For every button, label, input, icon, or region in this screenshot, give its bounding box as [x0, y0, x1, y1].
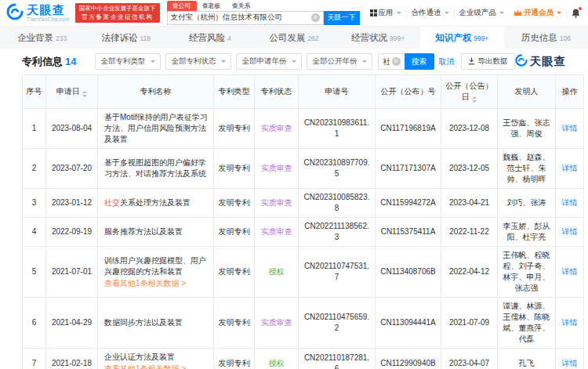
tab-operating[interactable]: 经营状况999+ — [336, 27, 420, 49]
patent-table-wrap: 序号申请日专利名称专利类型专利状态申请号公开（公布）号公开（公告）日发明人操作 … — [0, 74, 588, 369]
cell-publication-date: 2023-12-08 — [441, 109, 498, 149]
filter-select-apply-year[interactable]: 全部申请年份 — [236, 53, 302, 70]
cell-inventors: 王岱鑫、张志强、周俊 — [498, 109, 556, 149]
detail-link[interactable]: 详情 — [562, 164, 578, 172]
tab-risk[interactable]: 经营风险4 — [168, 27, 252, 49]
tab-lawsuit[interactable]: 法律诉讼118 — [84, 27, 168, 49]
nav-notifications[interactable] — [566, 9, 585, 18]
nav-vip[interactable]: 开通会员 — [509, 8, 566, 18]
table-row: 52021-07-01训练用户兴趣挖掘模型、用户兴趣挖掘的方法和装置查看其他1条… — [23, 247, 584, 298]
column-label: 专利名称 — [140, 87, 172, 96]
nav-label-enterprise-products: 企业级产品 — [459, 8, 497, 18]
column-label: 专利状态 — [261, 87, 292, 96]
tab-label: 知识产权 — [435, 32, 471, 44]
detail-link[interactable]: 详情 — [562, 124, 578, 132]
related-data-link[interactable]: 查看其他1条相关数据 > — [104, 364, 209, 369]
search-tab-boss[interactable]: 查老板 — [197, 1, 227, 11]
column-label: 操作 — [562, 87, 578, 96]
cell-patent-name: 服务推荐方法以及装置 — [98, 218, 214, 247]
tianyan-search-button[interactable]: 天眼一下 — [324, 11, 360, 25]
caret-up-icon — [472, 96, 477, 99]
detail-link[interactable]: 详情 — [562, 198, 578, 207]
chevron-down-icon — [221, 60, 226, 63]
caret-down-icon — [82, 95, 87, 97]
column-header: 专利类型 — [214, 75, 255, 109]
nav-cooperation[interactable]: 合作通道 — [406, 8, 454, 18]
page: 天眼查 TianYanCha.com 国家中小企业发展子基金旗下 官方备案企业征… — [0, 0, 588, 369]
sort-carets-icon[interactable] — [82, 91, 87, 97]
cell-index: 1 — [23, 109, 46, 149]
logo-name: 天眼查 — [27, 4, 70, 16]
column-label: 申请号 — [325, 87, 349, 96]
cell-application-no: CN202310085823.8 — [299, 189, 376, 218]
cell-action: 详情 — [556, 349, 584, 369]
cell-publication-date: 2023-12-05 — [441, 149, 498, 189]
nav-label-apps: 应用 — [379, 8, 394, 18]
cell-apply-date: 2023-07-20 — [46, 149, 98, 189]
tab-label: 企业背景 — [17, 32, 53, 44]
tianyancha-eye-icon — [6, 3, 24, 24]
cell-inventors: 孔飞 — [498, 349, 556, 369]
tab-count: 4 — [227, 34, 231, 42]
chevron-down-icon — [362, 60, 367, 63]
section-title: 专利信息14 — [22, 55, 76, 69]
cell-inventors: 李玉娇、彭从阳、杜宇亮 — [498, 218, 556, 247]
tab-development[interactable]: 公司发展262 — [252, 27, 336, 49]
cell-patent-type: 发明专利 — [214, 109, 255, 149]
company-search-input[interactable] — [171, 13, 309, 22]
export-button[interactable]: 导出数据 — [461, 53, 515, 70]
search-tab-company[interactable]: 查公司 — [167, 1, 197, 11]
tab-background[interactable]: 企业背景233 — [0, 27, 84, 49]
cell-patent-type: 发明专利 — [214, 349, 255, 369]
cell-inventors: 刘巧、张涛 — [498, 189, 556, 218]
filter-select-patent-status[interactable]: 全部专利状态 — [165, 53, 231, 70]
filter-select-patent-type[interactable]: 全部专利类型 — [95, 53, 161, 70]
detail-link[interactable]: 详情 — [562, 267, 578, 276]
logo-domain: TianYanCha.com — [27, 16, 70, 22]
top-search: 查公司查老板查关系 × 天眼一下 — [167, 2, 360, 25]
search-tabs: 查公司查老板查关系 — [167, 2, 360, 11]
tab-ip[interactable]: 知识产权999+ — [420, 27, 504, 49]
detail-link[interactable]: 详情 — [562, 227, 578, 236]
column-label: 公开（公布）号 — [381, 87, 436, 96]
nav-enterprise-products[interactable]: 企业级产品 — [454, 8, 510, 18]
filter-select-publish-year[interactable]: 全部公开年份 — [307, 53, 372, 70]
status-badge: 授权 — [269, 359, 285, 367]
tianyancha-logo[interactable]: 天眼查 TianYanCha.com — [6, 3, 70, 24]
keyword-input[interactable] — [383, 57, 389, 66]
cell-application-no: CN202110187281.6 — [299, 349, 376, 369]
search-tab-relation[interactable]: 查关系 — [227, 1, 256, 11]
detail-link[interactable]: 详情 — [562, 318, 578, 327]
cell-publication-no: CN117196819A — [376, 109, 441, 149]
cell-apply-date: 2023-08-04 — [46, 109, 98, 149]
sort-carets-icon[interactable] — [472, 96, 477, 103]
cell-patent-type: 发明专利 — [214, 149, 255, 189]
tab-count: 233 — [56, 34, 67, 42]
column-header[interactable]: 申请日 — [46, 75, 98, 109]
cell-index: 3 — [23, 189, 46, 218]
detail-link[interactable]: 详情 — [562, 359, 578, 367]
cancel-link[interactable]: 取消 — [439, 56, 455, 67]
tab-label: 公司发展 — [269, 32, 305, 44]
watermark-label: 天眼查 — [530, 54, 567, 69]
column-label: 申请日 — [56, 87, 80, 96]
column-header[interactable]: 公开（公告）日 — [441, 75, 498, 109]
cell-apply-date: 2021-02-18 — [46, 349, 98, 369]
status-badge: 实质审查 — [261, 124, 292, 132]
filter-search-button[interactable]: 搜索 — [405, 53, 434, 70]
column-label: 序号 — [27, 87, 42, 96]
clear-icon[interactable]: × — [311, 13, 320, 22]
nav-super[interactable]: 超级... — [585, 8, 588, 18]
keyword-clear-icon[interactable]: × — [392, 57, 401, 66]
cell-index: 7 — [23, 349, 46, 369]
column-header: 专利状态 — [255, 75, 299, 109]
download-icon — [468, 57, 475, 67]
related-data-link[interactable]: 查看其他1条相关数据 > — [104, 278, 209, 289]
tab-history[interactable]: 历史信息106 — [504, 27, 588, 49]
cell-index: 2 — [23, 149, 46, 189]
section-tabbar: 企业背景233法律诉讼118经营风险4公司发展262经营状况999+知识产权99… — [0, 27, 588, 49]
cell-apply-date: 2022-09-19 — [46, 218, 98, 247]
nav-apps[interactable]: 应用 — [365, 8, 406, 18]
cell-action: 详情 — [556, 189, 584, 218]
status-badge: 实质审查 — [261, 227, 292, 236]
